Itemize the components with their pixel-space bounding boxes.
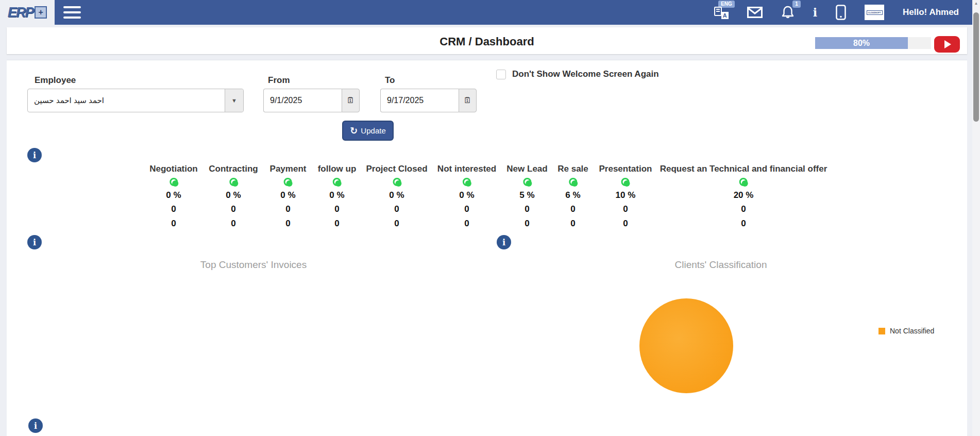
status-column-payment: Payment 0 % 0 0 xyxy=(270,164,307,233)
status-label: Project Closed xyxy=(366,164,427,174)
status-label: Negotiation xyxy=(149,164,198,174)
gauge-icon xyxy=(621,178,630,186)
status-count-2: 0 xyxy=(570,219,575,229)
scroll-up-arrow-icon[interactable]: ▲ xyxy=(972,1,980,6)
gauge-icon xyxy=(523,178,531,186)
status-column-presentation: Presentation 10 % 0 0 xyxy=(599,164,652,233)
status-column-request-offer: Request an Technical and financial offer… xyxy=(660,164,827,233)
status-count-2: 0 xyxy=(464,219,469,229)
mail-button[interactable] xyxy=(747,7,763,18)
status-label: New Lead xyxy=(506,164,547,174)
calendar-icon[interactable]: 🗓 xyxy=(342,89,360,112)
status-percent: 0 % xyxy=(459,190,474,200)
bottom-info-icon[interactable]: i xyxy=(28,418,43,433)
status-count-1: 0 xyxy=(394,204,399,214)
status-count-1: 0 xyxy=(231,204,235,214)
menu-hamburger-icon[interactable] xyxy=(62,5,82,20)
status-percent: 0 % xyxy=(166,190,181,200)
company-logo[interactable]: CLOUDSOFT xyxy=(865,5,884,20)
status-count-2: 0 xyxy=(623,219,628,229)
translate-icon: A xyxy=(714,6,729,19)
video-play-button[interactable] xyxy=(934,36,960,53)
status-column-re-sale: Re sale 6 % 0 0 xyxy=(557,164,588,233)
status-count-1: 0 xyxy=(525,204,529,214)
status-count-1: 0 xyxy=(171,204,176,214)
status-count-2: 0 xyxy=(285,219,290,229)
employee-select[interactable]: احمد سيد احمد حسين ▼ xyxy=(27,89,244,112)
status-count-2: 0 xyxy=(334,219,339,229)
notifications-button[interactable]: 1 xyxy=(781,6,795,19)
progress-fill: 80% xyxy=(815,37,908,49)
help-info-button[interactable]: i xyxy=(813,6,817,19)
mobile-app-button[interactable] xyxy=(836,5,846,20)
status-percent: 0 % xyxy=(226,190,241,200)
to-label: To xyxy=(385,75,395,86)
navbar-actions: ENG A 1 i xyxy=(714,5,972,20)
from-label: From xyxy=(268,75,290,86)
status-percent: 0 % xyxy=(389,190,404,200)
status-count-1: 0 xyxy=(570,204,575,214)
welcome-screen-checkbox[interactable] xyxy=(496,70,506,79)
from-date-group: 9/1/2025 🗓 xyxy=(263,89,360,112)
status-count-1: 0 xyxy=(623,204,628,214)
user-greeting[interactable]: Hello! Ahmed xyxy=(903,7,959,18)
welcome-screen-option: Don't Show Welcome Screen Again xyxy=(496,69,659,79)
legend-swatch xyxy=(878,328,885,334)
invoices-chart-title: Top Customers' Invoices xyxy=(200,259,307,271)
notification-count-badge: 1 xyxy=(792,1,801,8)
status-percent: 6 % xyxy=(565,190,580,200)
status-percent: 0 % xyxy=(329,190,344,200)
to-date-input[interactable]: 9/17/2025 xyxy=(380,89,459,112)
gauge-icon xyxy=(569,178,577,186)
dashboard-card xyxy=(7,60,967,436)
gauge-icon xyxy=(393,178,401,186)
play-icon xyxy=(944,40,951,48)
classification-info-icon[interactable]: i xyxy=(497,235,511,249)
status-column-follow-up: follow up 0 % 0 0 xyxy=(318,164,357,233)
status-percent: 20 % xyxy=(734,190,754,200)
crm-dashboard-page: ERP + ENG A 1 xyxy=(0,0,980,436)
update-button[interactable]: ↻ Update xyxy=(342,121,394,141)
from-date-input[interactable]: 9/1/2025 xyxy=(263,89,342,112)
filters-info-icon[interactable]: i xyxy=(27,148,42,162)
status-count-1: 0 xyxy=(464,204,469,214)
pie-legend-item[interactable]: Not Classified xyxy=(878,327,934,335)
status-label: Request an Technical and financial offer xyxy=(660,164,827,174)
gauge-icon xyxy=(284,178,292,186)
app-logo[interactable]: ERP + xyxy=(0,0,55,25)
status-label: Contracting xyxy=(209,164,258,174)
status-percent: 0 % xyxy=(280,190,295,200)
refresh-icon: ↻ xyxy=(350,125,358,137)
legend-label: Not Classified xyxy=(890,327,934,335)
vertical-scrollbar[interactable]: ▲ xyxy=(972,0,980,436)
language-switcher[interactable]: ENG A xyxy=(714,6,729,19)
chevron-down-icon[interactable]: ▼ xyxy=(225,89,243,112)
status-column-project-closed: Project Closed 0 % 0 0 xyxy=(366,164,427,233)
scrollbar-thumb[interactable] xyxy=(973,12,979,122)
status-column-new-lead: New Lead 5 % 0 0 xyxy=(506,164,547,233)
welcome-screen-label: Don't Show Welcome Screen Again xyxy=(512,69,659,79)
status-percent: 5 % xyxy=(519,190,534,200)
status-label: Payment xyxy=(270,164,307,174)
status-label: Re sale xyxy=(557,164,588,174)
gauge-icon xyxy=(333,178,341,186)
status-count-2: 0 xyxy=(525,219,529,229)
status-count-1: 0 xyxy=(285,204,290,214)
mobile-phone-icon xyxy=(836,5,846,20)
gauge-icon xyxy=(739,178,748,186)
to-date-group: 9/17/2025 🗓 xyxy=(380,89,477,112)
bell-icon xyxy=(781,6,795,19)
status-count-2: 0 xyxy=(231,219,235,229)
status-count-2: 0 xyxy=(394,219,399,229)
status-count-2: 0 xyxy=(741,219,746,229)
classification-pie-chart xyxy=(639,298,733,393)
status-column-contracting: Contracting 0 % 0 0 xyxy=(209,164,258,233)
gauge-icon xyxy=(170,178,178,186)
employee-selected-value: احمد سيد احمد حسين xyxy=(28,89,225,112)
status-column-not-interested: Not interested 0 % 0 0 xyxy=(437,164,496,233)
invoices-info-icon[interactable]: i xyxy=(27,235,42,249)
company-logo-text: CLOUDSOFT xyxy=(867,10,883,15)
calendar-icon[interactable]: 🗓 xyxy=(459,89,477,112)
status-label: follow up xyxy=(318,164,357,174)
gauge-icon xyxy=(229,178,238,186)
